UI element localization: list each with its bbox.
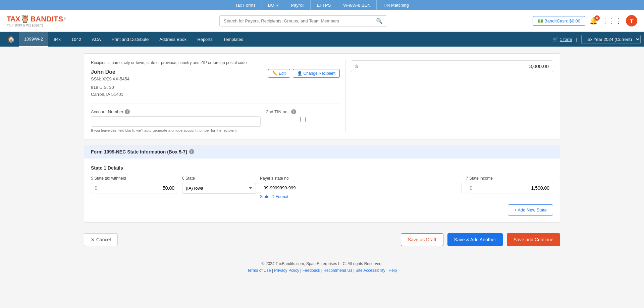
account-number-input[interactable] xyxy=(91,116,261,127)
second-tin-checkbox[interactable] xyxy=(300,117,306,122)
account-number-label: Account Number i xyxy=(91,109,261,114)
save-draft-button[interactable]: Save as Draft xyxy=(401,233,443,246)
feedback-link[interactable]: Feedback xyxy=(303,268,320,273)
edit-icon: ✏️ xyxy=(272,71,277,76)
logo-tagline: Your 1099 & W2 Experts xyxy=(7,23,66,27)
amount-field: $ 3,000.00 xyxy=(351,60,553,72)
recipient-ssn: SSN: XXX-XX-5454 xyxy=(91,76,129,81)
recipient-right: $ 3,000.00 xyxy=(345,60,553,132)
accessibility-link[interactable]: Site Accessibility xyxy=(356,268,385,273)
recipient-name: John Doe xyxy=(91,69,129,75)
top-nav-boir[interactable]: BOIR xyxy=(262,0,285,10)
state-information-section: Form 1099-NEC State Information (Box 5-7… xyxy=(84,145,560,223)
change-recipient-button[interactable]: 👤 Change Recipient xyxy=(293,69,340,78)
add-state-area: + Add New State xyxy=(91,204,553,215)
grid-icon[interactable]: ⋮⋮⋮ xyxy=(602,17,622,25)
logo-text: TAX xyxy=(7,15,20,23)
account-number-area: Account Number i If you leave this field… xyxy=(91,109,261,132)
payer-state-no-label: Payer's state no xyxy=(260,176,462,181)
second-tin-checkbox-area xyxy=(266,117,340,122)
cancel-button[interactable]: ✕ Cancel xyxy=(84,233,118,246)
state-tax-input[interactable] xyxy=(99,185,174,191)
state-tax-symbol: $ xyxy=(95,185,97,191)
top-nav-payroll[interactable]: Payroll xyxy=(285,0,311,10)
help-link[interactable]: Help xyxy=(389,268,397,273)
page-content: Recipient's name, city or town, state or… xyxy=(77,47,567,286)
save-add-another-button[interactable]: Save & Add Another xyxy=(447,233,503,246)
save-continue-button[interactable]: Save and Continue xyxy=(507,233,560,246)
edit-recipient-button[interactable]: ✏️ Edit xyxy=(268,69,290,78)
recipient-address1: 818 U.S. 30 xyxy=(91,84,129,91)
state-tax-input-wrapper: $ xyxy=(91,183,178,193)
search-icon: 🔍 xyxy=(376,18,383,24)
recipient-section: Recipient's name, city or town, state or… xyxy=(84,53,560,139)
search-input[interactable] xyxy=(224,18,376,23)
account-section: Account Number i If you leave this field… xyxy=(91,104,340,132)
account-hint: If you leave this field blank, we'll aut… xyxy=(91,128,261,132)
cart-count: 1 form xyxy=(560,37,572,42)
second-tin-label: 2nd TIN not. i xyxy=(266,109,340,114)
change-label: Change Recipient xyxy=(304,71,335,76)
avatar[interactable]: T xyxy=(626,15,637,26)
nav-1099-w2[interactable]: 1099/W-2 xyxy=(19,32,48,47)
search-area: 🔍 xyxy=(74,15,533,26)
top-nav-eftps[interactable]: EFTPS xyxy=(311,0,337,10)
payer-state-no-field: Payer's state no State ID Format xyxy=(260,176,462,199)
logo-bandits: BANDITS xyxy=(30,15,63,23)
amount-symbol: $ xyxy=(355,63,358,69)
cart-area[interactable]: 🛒 1 form xyxy=(552,37,572,42)
state-header-text: Form 1099-NEC State Information (Box 5-7… xyxy=(91,149,187,155)
privacy-link[interactable]: Privacy Policy xyxy=(274,268,299,273)
state-income-field: 7 State income $ xyxy=(466,176,553,193)
recipient-address2: Carroll, IA 51401 xyxy=(91,91,129,98)
tax-year-select[interactable]: Tax Year 2024 (Current) xyxy=(581,35,641,44)
top-nav-w9[interactable]: W-9/W-8 BEN xyxy=(337,0,377,10)
header-actions: 💵 BanditCash: $0.00 🔔 0 ⋮⋮⋮ T xyxy=(533,15,637,26)
state-id-format-link[interactable]: State ID Format xyxy=(260,194,462,199)
recommend-link[interactable]: Recommend Us xyxy=(323,268,352,273)
state-income-symbol: $ xyxy=(470,185,472,191)
logo-area: TAX 🦉 BANDITS © Your 1099 & W2 Experts xyxy=(7,15,74,27)
amount-value: 3,000.00 xyxy=(529,63,549,69)
nav-aca[interactable]: ACA xyxy=(87,32,106,47)
state-fields: 5 State tax withheld $ 6 State (IA) Iowa xyxy=(91,176,553,199)
main-nav: 🏠 1099/W-2 94x 1042 ACA Print and Distri… xyxy=(0,32,644,47)
top-nav-tin[interactable]: TIN Matching xyxy=(377,0,415,10)
payer-state-no-input[interactable] xyxy=(260,183,462,193)
add-new-state-button[interactable]: + Add New State xyxy=(508,204,553,215)
state-income-input-wrapper: $ xyxy=(466,183,553,193)
state-info-icon[interactable]: i xyxy=(189,149,194,154)
recipient-left: Recipient's name, city or town, state or… xyxy=(91,60,340,132)
terms-link[interactable]: Terms of Use xyxy=(247,268,271,273)
state-income-label: 7 State income xyxy=(466,176,553,181)
recipient-description: Recipient's name, city or town, state or… xyxy=(91,60,340,65)
bandit-cash-label: BanditCash: $0.00 xyxy=(544,18,580,23)
bandit-cash-button[interactable]: 💵 BanditCash: $0.00 xyxy=(533,16,585,26)
state-section-header: Form 1099-NEC State Information (Box 5-7… xyxy=(84,145,560,159)
footer-actions: ✕ Cancel Save as Draft Save & Add Anothe… xyxy=(84,228,560,251)
nav-reports[interactable]: Reports xyxy=(192,32,218,47)
change-icon: 👤 xyxy=(297,71,302,76)
nav-94x[interactable]: 94x xyxy=(48,32,66,47)
logo-tm: © xyxy=(64,17,66,21)
state-select[interactable]: (IA) Iowa xyxy=(182,183,256,194)
header: TAX 🦉 BANDITS © Your 1099 & W2 Experts 🔍… xyxy=(0,10,644,32)
bandit-cash-icon: 💵 xyxy=(538,18,543,23)
top-nav-tax-forms[interactable]: Tax Forms xyxy=(229,0,262,10)
state-select-field: 6 State (IA) Iowa xyxy=(182,176,256,194)
divider: | xyxy=(576,37,577,42)
search-box[interactable]: 🔍 xyxy=(219,15,387,26)
state-label: 6 State xyxy=(182,176,256,181)
nav-1042[interactable]: 1042 xyxy=(66,32,87,47)
state-body: State 1 Details 5 State tax withheld $ 6… xyxy=(84,159,560,222)
second-tin-info-icon[interactable]: i xyxy=(291,109,296,114)
edit-label: Edit xyxy=(279,71,286,76)
nav-templates[interactable]: Templates xyxy=(218,32,249,47)
nav-address-book[interactable]: Address Book xyxy=(154,32,192,47)
state-income-input[interactable] xyxy=(474,185,549,191)
home-button[interactable]: 🏠 xyxy=(3,36,19,43)
state-tax-label: 5 State tax withheld xyxy=(91,176,178,181)
nav-print-distribute[interactable]: Print and Distribute xyxy=(106,32,154,47)
account-info-icon[interactable]: i xyxy=(125,109,130,114)
notification-bell[interactable]: 🔔 0 xyxy=(589,17,598,25)
